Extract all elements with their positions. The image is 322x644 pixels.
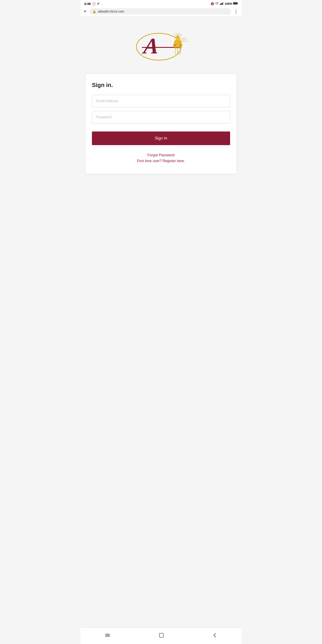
links-area: Forgot Password First time user? Registe… <box>92 153 230 163</box>
back-button[interactable] <box>206 631 224 640</box>
browser-menu-button[interactable]: ⋮ <box>234 9 238 14</box>
browser-bar: × 🔒 atlasidm.force.com ⋮ <box>80 6 242 16</box>
bottom-nav <box>80 628 242 644</box>
close-tab-button[interactable]: × <box>84 8 86 14</box>
recent-apps-button[interactable] <box>98 632 117 639</box>
status-left: 3:46 📋 ✔ <box>84 2 100 6</box>
signin-card: Sign in. Sign In Forgot Password First t… <box>85 73 237 174</box>
home-icon <box>159 633 164 638</box>
clipboard-icon: 📋 <box>92 2 96 5</box>
svg-rect-29 <box>160 633 164 637</box>
signin-title: Sign in. <box>92 82 230 88</box>
svg-rect-8 <box>233 2 237 4</box>
password-field-wrapper <box>92 111 230 124</box>
email-input[interactable] <box>92 95 230 107</box>
page-content: A <box>80 16 242 628</box>
svg-point-0 <box>217 4 217 5</box>
check-icon: ✔ <box>97 2 100 5</box>
forgot-password-link[interactable]: Forgot Password <box>92 153 230 157</box>
url-text: atlasidm.force.com <box>98 10 124 13</box>
svg-rect-2 <box>221 3 222 5</box>
back-icon <box>213 633 217 638</box>
svg-rect-7 <box>238 3 238 4</box>
lock-icon: 🔒 <box>92 10 96 13</box>
register-link[interactable]: First time user? Register here. <box>92 159 230 163</box>
form-spacer <box>92 127 230 132</box>
svg-rect-3 <box>222 3 222 5</box>
password-input[interactable] <box>92 111 230 124</box>
svg-rect-5 <box>223 2 224 5</box>
logo-area: A <box>132 28 190 64</box>
url-bar[interactable]: 🔒 atlasidm.force.com <box>89 8 231 14</box>
wifi-icon <box>215 2 219 6</box>
battery-percent: 100% <box>225 2 232 5</box>
signal-icon <box>220 2 224 6</box>
battery-icon <box>233 2 238 5</box>
home-button[interactable] <box>152 631 170 640</box>
svg-text:A: A <box>141 34 160 58</box>
email-field-wrapper <box>92 95 230 107</box>
status-time: 3:46 <box>84 2 91 6</box>
mute-icon: 🔇 <box>211 2 214 5</box>
atlas-logo: A <box>132 28 190 64</box>
status-bar: 3:46 📋 ✔ 🔇 100% <box>80 0 242 6</box>
signin-button[interactable]: Sign In <box>92 132 230 145</box>
recent-apps-icon <box>105 633 110 637</box>
svg-rect-1 <box>220 4 220 5</box>
status-right: 🔇 100% <box>211 2 238 6</box>
svg-rect-4 <box>222 2 223 5</box>
